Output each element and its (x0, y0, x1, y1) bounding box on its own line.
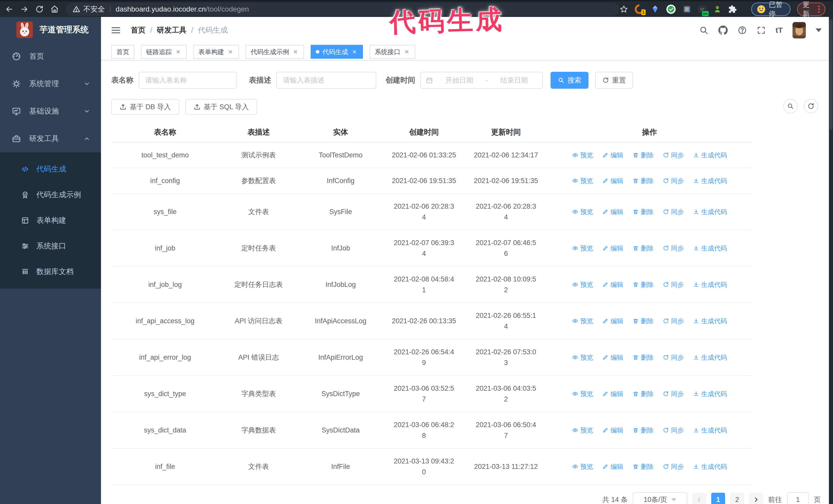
preview-link[interactable]: 预览 (572, 207, 593, 217)
delete-link[interactable]: 删除 (633, 352, 653, 363)
preview-link[interactable]: 预览 (572, 425, 593, 436)
page-button-2[interactable]: 2 (730, 493, 744, 504)
extension-gem-icon[interactable] (651, 4, 660, 14)
back-icon[interactable] (4, 3, 15, 16)
tab-home[interactable]: 首页 (111, 45, 134, 59)
sync-link[interactable]: 同步 (663, 425, 684, 436)
avatar[interactable] (792, 22, 806, 39)
preview-link[interactable]: 预览 (572, 243, 593, 254)
edit-link[interactable]: 编辑 (602, 461, 623, 472)
browser-scrollbar[interactable] (829, 17, 833, 504)
font-size-icon[interactable]: tT (776, 26, 783, 34)
goto-page-input[interactable] (787, 492, 809, 504)
sync-link[interactable]: 同步 (663, 175, 684, 186)
extensions-puzzle-icon[interactable] (728, 4, 737, 14)
sidebar-item-codegen-example[interactable]: 代码生成示例 (0, 182, 101, 208)
delete-link[interactable]: 删除 (633, 175, 653, 186)
tab-tracing[interactable]: 链路追踪 (141, 45, 187, 59)
sync-link[interactable]: 同步 (663, 150, 684, 161)
extension-columns-icon[interactable] (683, 4, 691, 14)
date-range-picker[interactable]: 开始日期 - 结束日期 (420, 72, 543, 89)
profile-paused-badge[interactable]: 已暂停 (751, 3, 790, 16)
sync-link[interactable]: 同步 (663, 207, 684, 217)
preview-link[interactable]: 预览 (572, 175, 593, 186)
page-button-1[interactable]: 1 (711, 493, 725, 504)
github-icon[interactable] (718, 25, 728, 35)
extension-orange-icon[interactable]: 1 (635, 4, 644, 14)
update-button[interactable]: 更新 (797, 3, 825, 16)
page-size-select[interactable]: 10条/页 (633, 492, 687, 504)
generate-code-link[interactable]: 生成代码 (693, 425, 727, 436)
table-row[interactable]: sys_dict_type 字典类型表 SysDictType 2021-03-… (111, 376, 752, 412)
forward-icon[interactable] (19, 3, 30, 16)
delete-link[interactable]: 删除 (633, 316, 653, 326)
generate-code-link[interactable]: 生成代码 (693, 352, 727, 363)
table-row[interactable]: inf_api_access_log API 访问日志表 InfApiAcces… (111, 303, 752, 339)
sidebar-collapse-icon[interactable] (111, 25, 121, 35)
delete-link[interactable]: 删除 (633, 461, 653, 472)
edit-link[interactable]: 编辑 (602, 425, 623, 436)
search-button[interactable]: 搜索 (551, 72, 589, 89)
prev-page-button[interactable] (692, 493, 706, 504)
delete-link[interactable]: 删除 (633, 388, 653, 399)
toggle-search-button[interactable] (783, 99, 798, 113)
tab-form-builder[interactable]: 表单构建 (193, 45, 239, 59)
sidebar-item-system-api[interactable]: 系统接口 (0, 233, 101, 259)
sync-link[interactable]: 同步 (663, 243, 684, 254)
delete-link[interactable]: 删除 (633, 425, 653, 436)
delete-link[interactable]: 删除 (633, 207, 653, 217)
generate-code-link[interactable]: 生成代码 (693, 150, 727, 161)
edit-link[interactable]: 编辑 (602, 316, 623, 326)
table-row[interactable]: inf_config 参数配置表 InfConfig 2021-02-06 19… (111, 168, 752, 194)
close-icon[interactable] (351, 48, 358, 55)
search-icon[interactable] (699, 26, 709, 35)
breadcrumb-home[interactable]: 首页 (131, 25, 146, 35)
sync-link[interactable]: 同步 (663, 352, 684, 363)
generate-code-link[interactable]: 生成代码 (693, 461, 727, 472)
security-chip[interactable]: 不安全 (73, 4, 105, 14)
avatar-caret-icon[interactable] (815, 28, 822, 32)
edit-link[interactable]: 编辑 (602, 388, 623, 399)
table-row[interactable]: inf_file 文件表 InfFile 2021-03-13 09:43:2 … (111, 448, 752, 485)
preview-link[interactable]: 预览 (572, 150, 593, 161)
tab-codegen-example[interactable]: 代码生成示例 (245, 45, 304, 59)
generate-code-link[interactable]: 生成代码 (693, 243, 727, 254)
sidebar-item-devtools[interactable]: 研发工具 (0, 125, 101, 152)
bookmark-star-icon[interactable] (619, 4, 628, 14)
edit-link[interactable]: 编辑 (602, 150, 623, 161)
edit-link[interactable]: 编辑 (602, 352, 623, 363)
delete-link[interactable]: 删除 (633, 150, 653, 161)
sync-link[interactable]: 同步 (663, 461, 684, 472)
generate-code-link[interactable]: 生成代码 (693, 316, 727, 326)
refresh-button[interactable] (804, 99, 818, 113)
menu-dots-icon[interactable] (818, 6, 820, 13)
close-icon[interactable] (227, 48, 234, 55)
tab-codegen[interactable]: 代码生成 (311, 45, 363, 59)
tab-system-api[interactable]: 系统接口 (370, 45, 415, 59)
fullscreen-icon[interactable] (757, 26, 766, 35)
scrollbar-thumb[interactable] (829, 20, 832, 130)
table-desc-input[interactable] (276, 72, 376, 89)
address-bar[interactable]: 不安全 dashboard.yudao.iocoder.cn/tool/code… (66, 3, 619, 16)
preview-link[interactable]: 预览 (572, 279, 593, 290)
sidebar-item-system[interactable]: 系统管理 (0, 70, 101, 97)
preview-link[interactable]: 预览 (572, 461, 593, 472)
sync-link[interactable]: 同步 (663, 316, 684, 326)
sidebar-item-codegen[interactable]: 代码生成 (0, 157, 101, 182)
table-row[interactable]: tool_test_demo 测试示例表 ToolTestDemo 2021-0… (111, 142, 752, 168)
date-end-placeholder[interactable]: 结束日期 (491, 76, 538, 85)
sidebar-item-db-doc[interactable]: 数据库文档 (0, 259, 101, 285)
delete-link[interactable]: 删除 (633, 279, 653, 290)
edit-link[interactable]: 编辑 (602, 207, 623, 217)
close-icon[interactable] (175, 48, 182, 55)
help-icon[interactable] (738, 26, 747, 35)
edit-link[interactable]: 编辑 (602, 175, 623, 186)
generate-code-link[interactable]: 生成代码 (693, 388, 727, 399)
date-start-placeholder[interactable]: 开始日期 (436, 76, 483, 85)
preview-link[interactable]: 预览 (572, 316, 593, 326)
table-row[interactable]: sys_file 文件表 SysFile 2021-02-06 20:28:3 … (111, 194, 752, 230)
generate-code-link[interactable]: 生成代码 (693, 175, 727, 186)
sidebar-item-infra[interactable]: 基础设施 (0, 97, 101, 125)
sync-link[interactable]: 同步 (663, 279, 684, 290)
delete-link[interactable]: 删除 (633, 243, 653, 254)
